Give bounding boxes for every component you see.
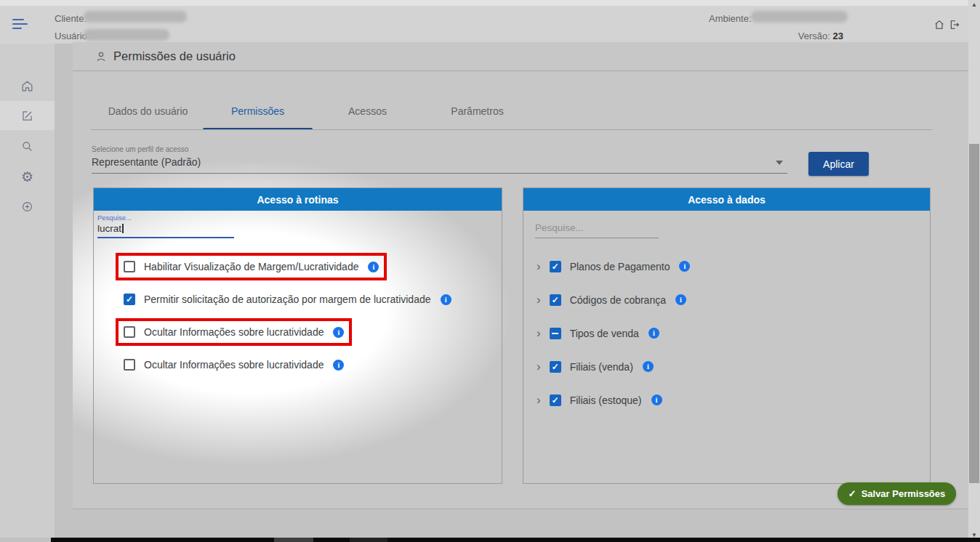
tabs-divider	[91, 129, 932, 130]
data-search-input[interactable]	[535, 221, 659, 238]
routine-permission-row: Ocultar Informações sobre lucratividade …	[124, 359, 344, 371]
chevron-right-icon[interactable]: ›	[537, 327, 541, 339]
sidebar-item-search[interactable]	[0, 132, 55, 161]
sidebar-item-add[interactable]	[0, 192, 55, 221]
checkbox[interactable]	[550, 361, 561, 373]
checkbox[interactable]	[550, 395, 561, 406]
check-icon: ✓	[848, 488, 856, 499]
browser-top-strip	[0, 0, 968, 6]
chevron-right-icon[interactable]: ›	[537, 360, 541, 373]
sidebar: ⚙	[0, 44, 55, 538]
search-label: Pesquise...	[97, 214, 234, 222]
routine-permission-row: Permitir solicitação de autorização por …	[124, 294, 451, 305]
checkbox[interactable]	[550, 294, 561, 306]
data-panel: Acesso à dados › Planos de Pagamento i ›…	[523, 187, 931, 484]
menu-icon[interactable]	[12, 19, 30, 32]
routines-panel: Acesso à rotinas Pesquise... lucrat Habi…	[93, 187, 502, 484]
home-icon[interactable]	[933, 19, 945, 31]
checkbox[interactable]	[550, 261, 561, 272]
info-icon[interactable]: i	[368, 262, 379, 272]
text-caret	[122, 224, 124, 233]
checkbox[interactable]	[124, 261, 135, 272]
info-icon[interactable]: i	[643, 361, 654, 372]
routines-list: Habilitar Visualização de Margem/Lucrati…	[94, 238, 502, 371]
user-value-redacted	[84, 29, 169, 41]
permission-label: Ocultar Informações sobre lucratividade	[144, 326, 324, 338]
tabs: Dados do usuárioPermissõesAcessosParâmet…	[93, 94, 532, 130]
routines-search-input[interactable]: Pesquise... lucrat	[97, 214, 234, 238]
info-icon[interactable]: i	[648, 328, 659, 339]
routine-permission-row: Habilitar Visualização de Margem/Lucrati…	[124, 261, 379, 272]
routines-panel-title: Acesso à rotinas	[94, 188, 502, 211]
select-value: Representante (Padrão)	[92, 156, 787, 174]
apply-button[interactable]: Aplicar	[808, 152, 869, 176]
info-icon[interactable]: i	[651, 395, 662, 405]
sidebar-item-settings[interactable]: ⚙	[0, 162, 55, 191]
chevron-right-icon[interactable]: ›	[537, 260, 541, 272]
data-access-row: › Códigos de cobrança i	[537, 294, 686, 306]
checkbox[interactable]	[550, 328, 561, 339]
access-profile-select[interactable]: Selecione um perfil de acesso Representa…	[92, 145, 787, 174]
checkbox[interactable]	[124, 326, 135, 338]
scrollbar-thumb[interactable]	[969, 144, 979, 483]
data-list: › Planos de Pagamento i › Códigos de cob…	[523, 238, 930, 406]
tab[interactable]: Acessos	[313, 94, 422, 128]
environment-label: Ambiente:	[709, 13, 752, 24]
info-icon[interactable]: i	[679, 261, 690, 272]
data-label: Planos de Pagamento	[570, 261, 670, 272]
environment-value-redacted	[751, 11, 848, 23]
search-icon	[20, 139, 34, 153]
sidebar-item-edit[interactable]	[0, 101, 55, 130]
add-icon	[20, 200, 34, 214]
title-divider	[73, 70, 968, 71]
data-label: Filiais (venda)	[570, 361, 633, 373]
edit-icon	[20, 109, 34, 123]
client-label: Cliente:	[55, 13, 87, 24]
permission-label: Permitir solicitação de autorização por …	[144, 294, 431, 305]
app-header: Cliente: Usuário: Ambiente: Versão: 23	[0, 6, 968, 44]
routine-permission-row: Ocultar Informações sobre lucratividade …	[124, 326, 344, 338]
data-access-row: › Filiais (estoque) i	[537, 394, 662, 406]
tab[interactable]: Permissões	[203, 94, 313, 128]
checkbox[interactable]	[124, 359, 135, 371]
client-value-redacted	[84, 11, 187, 23]
tab[interactable]: Parâmetros	[422, 94, 532, 128]
page-title: Permissões de usuário	[95, 49, 236, 63]
data-panel-title: Acesso à dados	[523, 188, 930, 211]
chevron-right-icon[interactable]: ›	[537, 294, 541, 306]
sidebar-item-home[interactable]	[0, 71, 55, 100]
data-label: Códigos de cobrança	[570, 294, 666, 306]
scroll-up-arrow-icon[interactable]: ▲	[968, 0, 980, 10]
permission-label: Ocultar Informações sobre lucratividade	[144, 359, 324, 371]
home-icon	[20, 79, 34, 93]
logout-icon[interactable]	[949, 19, 960, 31]
vertical-scrollbar[interactable]: ▲ ▼	[968, 0, 980, 542]
checkbox[interactable]	[124, 294, 135, 305]
data-access-row: › Planos de Pagamento i	[537, 260, 690, 272]
data-access-row: › Tipos de venda i	[537, 327, 659, 339]
data-label: Tipos de venda	[570, 328, 639, 339]
info-icon[interactable]: i	[333, 360, 344, 371]
permission-label: Habilitar Visualização de Margem/Lucrati…	[144, 261, 358, 272]
info-icon[interactable]: i	[441, 294, 451, 305]
info-icon[interactable]: i	[675, 294, 686, 305]
data-access-row: › Filiais (venda) i	[537, 360, 654, 373]
info-icon[interactable]: i	[333, 327, 344, 338]
save-permissions-button[interactable]: ✓ Salvar Permissões	[838, 482, 956, 505]
content-card: Permissões de usuário Dados do usuárioPe…	[73, 42, 968, 509]
select-label: Selecione um perfil de acesso	[92, 145, 787, 153]
version-text: Versão: 23	[756, 31, 843, 41]
chevron-right-icon[interactable]: ›	[537, 394, 541, 406]
chevron-down-icon	[776, 161, 783, 165]
tab[interactable]: Dados do usuário	[93, 94, 203, 128]
taskbar-edge	[51, 538, 980, 542]
person-icon	[95, 50, 108, 63]
search-value: lucrat	[97, 223, 234, 234]
settings-icon: ⚙	[21, 170, 33, 184]
data-label: Filiais (estoque)	[570, 395, 642, 406]
